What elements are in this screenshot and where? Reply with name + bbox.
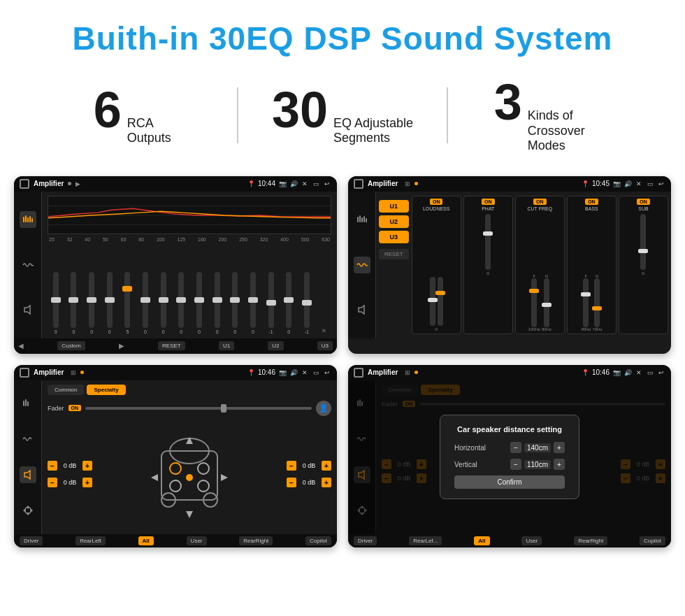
eq-slider-14[interactable]: 0 [286, 272, 291, 334]
stat-crossover-desc: Kinds ofCrossover Modes [528, 108, 612, 154]
u3-button[interactable]: U3 [317, 341, 333, 350]
rear-left-button[interactable]: RearLeft [75, 536, 106, 545]
eq-slider-9[interactable]: 0 [196, 272, 202, 334]
eq-slider-8[interactable]: 0 [178, 272, 184, 334]
all-button[interactable]: All [138, 536, 154, 545]
distance-screen-card: Amplifier ⊞ 📍 10:46 📷 🔊 ✕ ▭ ↩ [348, 365, 671, 547]
fader-sidebar-speaker[interactable] [20, 466, 36, 483]
db-minus-1[interactable]: − [48, 461, 57, 471]
home-icon-4[interactable] [354, 368, 363, 378]
eq-slider-12[interactable]: 0 [250, 272, 256, 334]
phat-on[interactable]: ON [482, 199, 495, 205]
db-minus-2[interactable]: − [48, 478, 57, 487]
svg-rect-1 [25, 215, 27, 222]
tab-specialty[interactable]: Specialty [87, 385, 125, 395]
db-plus-3[interactable]: + [322, 461, 331, 471]
loudness-on[interactable]: ON [430, 199, 443, 205]
dist-all-button[interactable]: All [474, 536, 489, 545]
distance-screen-title: Amplifier [368, 368, 398, 376]
home-icon-3[interactable] [20, 368, 29, 378]
eq-slider-5[interactable]: 5 [124, 272, 130, 334]
next-icon[interactable]: ▶ [119, 342, 124, 350]
u1-dsp-button[interactable]: U1 [379, 200, 409, 213]
eq-slider-3[interactable]: 0 [89, 272, 94, 334]
eq-slider-11[interactable]: 0 [232, 272, 238, 334]
dist-user-button[interactable]: User [521, 536, 542, 545]
svg-marker-18 [24, 471, 30, 479]
phat-slider[interactable] [485, 214, 491, 270]
dsp-sidebar-speaker[interactable] [354, 301, 370, 318]
loudness-slider-2[interactable] [438, 277, 443, 326]
loudness-slider-1[interactable] [430, 277, 435, 326]
vertical-plus[interactable]: + [554, 459, 565, 470]
dsp-status-right: 📍 10:45 📷 🔊 ✕ ▭ ↩ [582, 180, 665, 188]
driver-button[interactable]: Driver [20, 536, 43, 545]
home-icon-2[interactable] [354, 179, 363, 189]
back-icon-3[interactable]: ↩ [323, 368, 331, 377]
eq-more-icon[interactable]: » [322, 327, 326, 334]
rear-right-button[interactable]: RearRight [239, 536, 273, 545]
eq-slider-7[interactable]: 0 [161, 272, 166, 334]
u2-button[interactable]: U2 [268, 341, 283, 350]
dsp-sidebar-eq[interactable] [354, 211, 370, 228]
eq-slider-4[interactable]: 0 [107, 272, 113, 334]
horizontal-minus[interactable]: − [510, 442, 521, 453]
bass-on[interactable]: ON [585, 199, 598, 205]
eq-slider-6[interactable]: 0 [143, 272, 148, 334]
user-button[interactable]: User [187, 536, 207, 545]
fader-label: Fader [48, 405, 64, 412]
db-plus-2[interactable]: + [82, 478, 92, 487]
tab-common[interactable]: Common [48, 385, 84, 395]
eq-sidebar-wave[interactable] [20, 257, 36, 273]
db-val-3: 0 dB [298, 462, 319, 469]
sub-on[interactable]: ON [637, 199, 650, 205]
confirm-button[interactable]: Confirm [454, 475, 565, 489]
dist-driver-button[interactable]: Driver [354, 536, 377, 545]
camera-icon-3: 📷 [278, 368, 287, 377]
bass-slider-2[interactable] [594, 278, 600, 327]
dist-rear-right-button[interactable]: RearRight [574, 536, 607, 545]
db-plus-1[interactable]: + [82, 461, 92, 471]
eq-sidebar-equalizer[interactable] [20, 211, 36, 228]
cutfreq-slider-2[interactable] [544, 278, 549, 327]
vertical-minus[interactable]: − [510, 459, 521, 470]
fader-on-badge[interactable]: ON [68, 405, 82, 411]
u3-dsp-button[interactable]: U3 [379, 231, 409, 243]
back-icon-2[interactable]: ↩ [657, 180, 665, 188]
fader-sidebar-arrows[interactable] [20, 502, 36, 519]
dsp-sidebar-wave[interactable] [354, 257, 370, 273]
reset-button[interactable]: RESET [158, 341, 185, 350]
svg-rect-3 [29, 216, 31, 222]
eq-slider-2[interactable]: 0 [71, 272, 76, 334]
back-icon[interactable]: ↩ [323, 180, 331, 188]
dsp-reset-button[interactable]: RESET [379, 249, 409, 259]
bass-slider-1[interactable] [583, 278, 589, 327]
dist-rear-left-button[interactable]: RearLef... [409, 536, 442, 545]
dist-copilot-button[interactable]: Copilot [640, 536, 665, 545]
u2-dsp-button[interactable]: U2 [379, 215, 409, 228]
home-icon[interactable] [20, 179, 29, 189]
eq-slider-1[interactable]: 0 [53, 272, 59, 334]
u1-button[interactable]: U1 [219, 341, 234, 350]
eq-slider-15[interactable]: -1 [304, 272, 310, 334]
db-minus-3[interactable]: − [287, 461, 296, 471]
eq-sidebar-speaker[interactable] [20, 301, 36, 318]
sub-slider[interactable] [640, 214, 646, 270]
eq-slider-10[interactable]: 0 [215, 272, 220, 334]
copilot-button[interactable]: Copilot [305, 536, 331, 545]
svg-point-29 [170, 480, 181, 492]
db-plus-4[interactable]: + [322, 478, 331, 487]
db-minus-4[interactable]: − [287, 478, 296, 487]
horizontal-plus[interactable]: + [554, 442, 565, 453]
user-icon[interactable]: 👤 [316, 401, 331, 416]
prev-icon[interactable]: ◀ [18, 342, 24, 350]
fader-sidebar-wave[interactable] [20, 431, 36, 447]
fader-sidebar-eq[interactable] [20, 395, 36, 412]
fader-time: 10:46 [258, 368, 275, 376]
eq-slider-13[interactable]: -1 [268, 272, 274, 334]
back-icon-4[interactable]: ↩ [657, 368, 665, 377]
fader-slider[interactable] [85, 407, 312, 410]
cutfreq-on[interactable]: ON [533, 199, 547, 205]
eq-time: 10:44 [258, 180, 275, 187]
cutfreq-slider-1[interactable] [531, 278, 537, 327]
